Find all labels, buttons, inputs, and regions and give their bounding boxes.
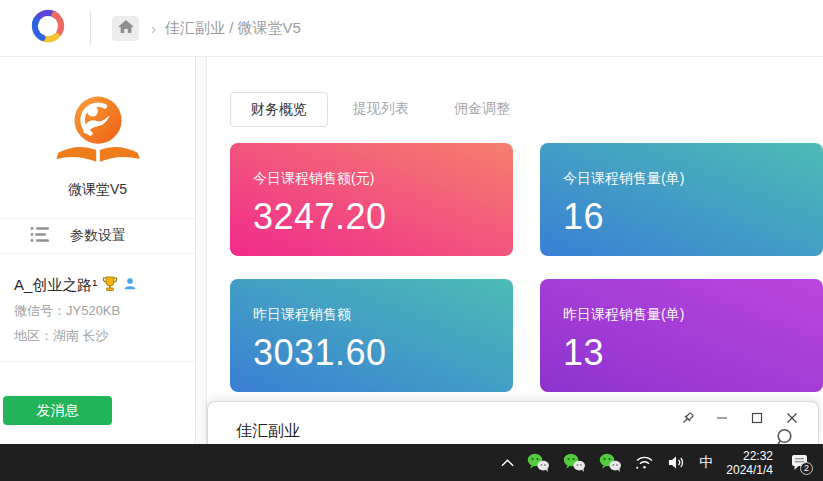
stat-card-today-sales: 今日课程销售额(元) 3247.20 <box>230 143 513 256</box>
wechat-icon[interactable] <box>527 453 550 472</box>
sidebar-item-label: 参数设置 <box>70 227 126 245</box>
home-button[interactable] <box>112 16 139 41</box>
header-divider <box>90 11 91 45</box>
stat-label: 昨日课程销售量(单) <box>563 306 823 324</box>
chevron-up-icon[interactable] <box>501 459 514 467</box>
trophy-icon <box>102 276 118 295</box>
wechat-icon[interactable] <box>599 453 622 472</box>
wechat-icon[interactable] <box>563 453 586 472</box>
volume-icon[interactable] <box>667 455 686 470</box>
stat-value: 13 <box>563 332 823 374</box>
stat-card-yesterday-sales: 昨日课程销售额 3031.60 <box>230 279 513 392</box>
wifi-icon[interactable] <box>635 455 654 470</box>
clock-date: 2024/1/4 <box>726 463 773 477</box>
send-message-button[interactable]: 发消息 <box>3 396 112 425</box>
profile-name: A_创业之路¹ <box>14 276 97 295</box>
chevron-right-icon: › <box>151 20 156 37</box>
divider <box>0 361 195 362</box>
stat-card-today-volume: 今日课程销售量(单) 16 <box>540 143 823 256</box>
app-logo-icon <box>27 5 69 51</box>
main-content: 财务概览 提现列表 佣金调整 今日课程销售额(元) 3247.20 今日课程销售… <box>208 57 823 444</box>
search-icon[interactable] <box>775 428 793 444</box>
org-logo-icon <box>52 93 144 169</box>
taskbar-clock[interactable]: 22:32 2024/1/4 <box>726 449 773 477</box>
sidebar-item-settings[interactable]: 参数设置 <box>0 218 195 254</box>
stat-cards: 今日课程销售额(元) 3247.20 今日课程销售量(单) 16 昨日课程销售额… <box>230 143 823 392</box>
sidebar: 微课堂V5 参数设置 A_创业之路¹ <box>0 57 196 444</box>
minimize-icon[interactable] <box>710 407 734 429</box>
menu-list-icon <box>30 226 51 247</box>
notification-count-badge: 2 <box>800 462 813 475</box>
stat-value: 3031.60 <box>253 332 513 374</box>
popup-window: 佳汇副业 <box>207 401 819 444</box>
clock-time: 22:32 <box>726 449 773 463</box>
tab-finance-overview[interactable]: 财务概览 <box>230 92 328 127</box>
notification-icon[interactable]: 2 <box>786 452 813 474</box>
stat-label: 今日课程销售量(单) <box>563 170 823 188</box>
stat-value: 3247.20 <box>253 196 513 238</box>
tab-bar: 财务概览 提现列表 佣金调整 <box>230 92 823 127</box>
stat-card-yesterday-volume: 昨日课程销售量(单) 13 <box>540 279 823 392</box>
profile-card: A_创业之路¹ 微信号：JY52 <box>0 254 195 345</box>
screen: › 佳汇副业 / 微课堂V5 微课堂V5 <box>0 0 823 481</box>
taskbar: 中 22:32 2024/1/4 2 <box>0 444 823 481</box>
tab-withdraw-list[interactable]: 提现列表 <box>333 92 429 127</box>
stat-label: 今日课程销售额(元) <box>253 170 513 188</box>
pin-icon[interactable] <box>675 407 699 429</box>
breadcrumb[interactable]: 佳汇副业 / 微课堂V5 <box>165 19 301 38</box>
tab-commission-adjust[interactable]: 佣金调整 <box>434 92 530 127</box>
user-icon <box>123 277 137 294</box>
stat-value: 16 <box>563 196 823 238</box>
app-name: 微课堂V5 <box>0 181 195 199</box>
home-icon <box>118 20 134 37</box>
profile-wechat-id: 微信号：JY520KB <box>14 302 181 320</box>
app-header: › 佳汇副业 / 微课堂V5 <box>0 0 823 57</box>
stat-label: 昨日课程销售额 <box>253 306 513 324</box>
window-controls <box>675 407 804 429</box>
profile-region: 地区：湖南 长沙 <box>14 327 181 345</box>
ime-indicator[interactable]: 中 <box>699 454 713 472</box>
content-scrollbar[interactable] <box>197 57 207 444</box>
popup-window-title: 佳汇副业 <box>236 421 300 442</box>
close-icon[interactable] <box>780 407 804 429</box>
maximize-icon[interactable] <box>745 407 769 429</box>
